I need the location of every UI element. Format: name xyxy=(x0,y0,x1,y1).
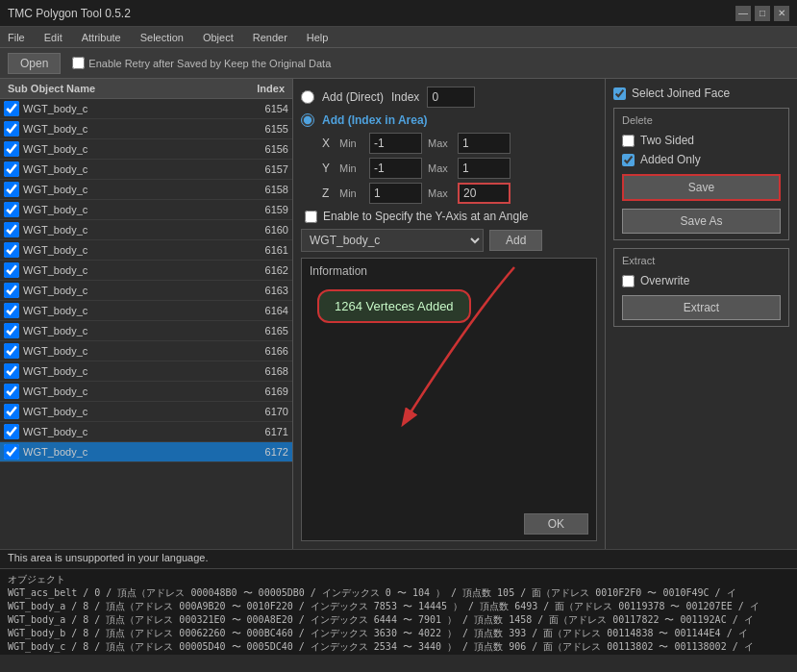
list-row[interactable]: WGT_body_c6162 xyxy=(0,261,292,281)
menu-help[interactable]: Help xyxy=(303,30,333,45)
list-row[interactable]: WGT_body_c6171 xyxy=(0,422,292,442)
list-row-checkbox[interactable] xyxy=(4,101,19,116)
list-row-checkbox[interactable] xyxy=(4,303,19,318)
list-row-checkbox[interactable] xyxy=(4,323,19,338)
list-row-name: WGT_body_c xyxy=(23,305,240,316)
close-button[interactable]: ✕ xyxy=(774,6,789,21)
y-max-label: Max xyxy=(428,162,452,174)
list-row-index: 6161 xyxy=(240,244,288,256)
added-only-checkbox[interactable] xyxy=(622,154,635,166)
list-row-checkbox[interactable] xyxy=(4,162,19,177)
menu-file[interactable]: File xyxy=(4,30,29,45)
extract-button[interactable]: Extract xyxy=(622,295,781,320)
delete-title: Delete xyxy=(622,114,781,126)
list-row[interactable]: WGT_body_c6172 xyxy=(0,442,292,462)
menu-object[interactable]: Object xyxy=(199,30,237,45)
list-row[interactable]: WGT_body_c6155 xyxy=(0,119,292,139)
select-joined-face-checkbox[interactable] xyxy=(613,87,626,100)
list-row[interactable]: WGT_body_c6166 xyxy=(0,341,292,361)
log-area[interactable]: オブジェクトWGT_acs_belt / 0 / 頂点（アドレス 000048B… xyxy=(0,568,797,655)
list-row[interactable]: WGT_body_c6169 xyxy=(0,382,292,402)
list-row-checkbox[interactable] xyxy=(4,262,19,278)
header-name: Sub Object Name xyxy=(8,83,227,94)
list-row-name: WGT_body_c xyxy=(23,406,240,417)
add-area-radio[interactable] xyxy=(301,113,314,127)
overwrite-checkbox[interactable] xyxy=(622,275,635,287)
menu-attribute[interactable]: Attribute xyxy=(78,30,125,45)
list-row[interactable]: WGT_body_c6168 xyxy=(0,361,292,382)
list-row[interactable]: WGT_body_c6170 xyxy=(0,402,292,422)
list-row-checkbox[interactable] xyxy=(4,222,19,237)
list-row-checkbox[interactable] xyxy=(4,444,19,460)
log-line: WGT_body_c / 8 / 頂点（アドレス 00005D40 〜 0005… xyxy=(8,640,789,654)
list-row[interactable]: WGT_body_c6161 xyxy=(0,240,292,261)
object-dropdown[interactable]: WGT_body_c xyxy=(301,229,484,252)
menu-edit[interactable]: Edit xyxy=(40,30,66,45)
z-min-input[interactable] xyxy=(369,183,422,204)
list-row-name: WGT_body_c xyxy=(23,285,240,296)
list-row-name: WGT_body_c xyxy=(23,386,240,397)
list-row[interactable]: WGT_body_c6159 xyxy=(0,200,292,220)
list-body[interactable]: WGT_body_c6154WGT_body_c6155WGT_body_c61… xyxy=(0,99,292,549)
list-row-checkbox[interactable] xyxy=(4,404,19,419)
y-max-input[interactable] xyxy=(458,158,511,179)
enable-axis-label: Enable to Specify the Y-Axis at an Angle xyxy=(323,210,528,223)
list-row[interactable]: WGT_body_c6158 xyxy=(0,180,292,200)
ok-button[interactable]: OK xyxy=(524,513,588,535)
two-sided-checkbox[interactable] xyxy=(622,135,635,147)
list-row[interactable]: WGT_body_c6160 xyxy=(0,220,292,240)
save-as-button[interactable]: Save As xyxy=(622,209,781,234)
list-row-checkbox[interactable] xyxy=(4,202,19,217)
retry-checkbox[interactable] xyxy=(72,57,85,69)
x-label: X xyxy=(322,137,334,150)
list-row[interactable]: WGT_body_c6154 xyxy=(0,99,292,119)
x-min-input[interactable] xyxy=(369,133,422,154)
y-min-input[interactable] xyxy=(369,158,422,179)
list-row[interactable]: WGT_body_c6165 xyxy=(0,321,292,341)
list-row-checkbox[interactable] xyxy=(4,343,19,359)
list-row-index: 6160 xyxy=(240,224,288,236)
list-row[interactable]: WGT_body_c6164 xyxy=(0,301,292,321)
add-direct-radio[interactable] xyxy=(301,90,314,104)
list-row-checkbox[interactable] xyxy=(4,242,19,258)
list-row-name: WGT_body_c xyxy=(23,224,240,236)
log-line: オブジェクト xyxy=(8,573,789,586)
log-line: WGT_acs_belt / 0 / 頂点（アドレス 000048B0 〜 00… xyxy=(8,586,789,600)
add-btn[interactable]: Add xyxy=(489,230,542,251)
list-row[interactable]: WGT_body_c6156 xyxy=(0,139,292,160)
maximize-button[interactable]: □ xyxy=(755,6,770,21)
far-right-panel: Select Joined Face Delete Two Sided Adde… xyxy=(605,79,797,549)
list-row-index: 6157 xyxy=(240,163,288,175)
list-row[interactable]: WGT_body_c6163 xyxy=(0,281,292,301)
list-row-checkbox[interactable] xyxy=(4,182,19,197)
list-row-name: WGT_body_c xyxy=(23,143,240,155)
list-row-name: WGT_body_c xyxy=(23,184,240,195)
list-row-checkbox[interactable] xyxy=(4,121,19,137)
z-max-input[interactable] xyxy=(458,183,511,204)
added-only-row: Added Only xyxy=(622,153,781,166)
list-row-checkbox[interactable] xyxy=(4,424,19,439)
list-row-index: 6154 xyxy=(240,103,288,114)
menu-render[interactable]: Render xyxy=(249,30,291,45)
list-row-checkbox[interactable] xyxy=(4,384,19,399)
list-row-index: 6158 xyxy=(240,184,288,195)
status-bar: This area is unsupported in your languag… xyxy=(0,549,797,568)
list-row-checkbox[interactable] xyxy=(4,283,19,298)
two-sided-row: Two Sided xyxy=(622,134,781,147)
z-min-label: Min xyxy=(339,187,363,199)
list-row-index: 6163 xyxy=(240,285,288,296)
index-input[interactable] xyxy=(427,87,475,108)
list-row-checkbox[interactable] xyxy=(4,363,19,379)
minimize-button[interactable]: — xyxy=(735,6,751,21)
open-button[interactable]: Open xyxy=(8,53,61,74)
status-text: This area is unsupported in your languag… xyxy=(8,552,209,563)
list-row[interactable]: WGT_body_c6157 xyxy=(0,160,292,180)
save-button[interactable]: Save xyxy=(622,174,781,201)
enable-axis-checkbox[interactable] xyxy=(305,211,317,223)
retry-row: Enable Retry after Saved by Keep the Ori… xyxy=(72,57,331,69)
x-max-input[interactable] xyxy=(458,133,511,154)
list-row-name: WGT_body_c xyxy=(23,365,240,377)
menu-selection[interactable]: Selection xyxy=(137,30,187,45)
add-area-row: Add (Index in Area) xyxy=(301,113,597,127)
list-row-checkbox[interactable] xyxy=(4,141,19,157)
